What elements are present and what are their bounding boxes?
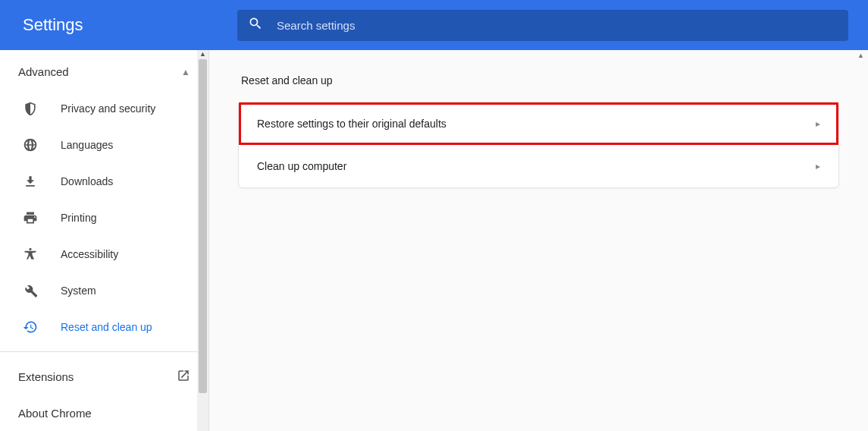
row-label: Restore settings to their original defau… bbox=[257, 118, 447, 130]
sidebar-item-label: About Chrome bbox=[18, 407, 92, 420]
sidebar-item-downloads[interactable]: Downloads bbox=[0, 163, 208, 200]
search-input[interactable] bbox=[277, 19, 838, 32]
row-restore[interactable]: Restore settings to their original defau… bbox=[239, 102, 838, 145]
section-title: Reset and clean up bbox=[238, 74, 839, 87]
scrollbar[interactable]: ▲ bbox=[197, 50, 208, 431]
divider bbox=[0, 351, 208, 352]
wrench-icon bbox=[21, 282, 39, 300]
sidebar-item-privacy[interactable]: Privacy and security bbox=[0, 90, 208, 127]
row-label: Clean up computer bbox=[257, 160, 346, 172]
sidebar-item-system[interactable]: System bbox=[0, 272, 208, 309]
sidebar-item-languages[interactable]: Languages bbox=[0, 127, 208, 163]
history-icon bbox=[21, 318, 39, 336]
sidebar: Advanced ▲ Privacy and securityLanguages… bbox=[0, 50, 209, 431]
sidebar-item-label: Printing bbox=[61, 212, 96, 224]
sidebar-item-printing[interactable]: Printing bbox=[0, 200, 208, 236]
sidebar-item-label: System bbox=[61, 285, 96, 297]
search-icon bbox=[248, 16, 277, 34]
page-title: Settings bbox=[14, 15, 237, 35]
sidebar-item-reset[interactable]: Reset and clean up bbox=[0, 309, 208, 345]
scroll-up-icon[interactable]: ▲ bbox=[197, 50, 208, 58]
row-cleanup[interactable]: Clean up computer▸ bbox=[239, 145, 838, 187]
scroll-up-icon[interactable]: ▲ bbox=[857, 52, 864, 59]
open-in-new-icon bbox=[177, 369, 190, 385]
shield-icon bbox=[21, 99, 39, 118]
chevron-up-icon: ▲ bbox=[181, 67, 190, 77]
header: Settings bbox=[0, 0, 868, 50]
sidebar-section-advanced[interactable]: Advanced ▲ bbox=[0, 50, 208, 90]
main-content: ▲ Reset and clean up Restore settings to… bbox=[209, 50, 868, 431]
accessibility-icon bbox=[21, 245, 39, 263]
sidebar-item-label: Downloads bbox=[61, 175, 113, 187]
sidebar-item-label: Privacy and security bbox=[61, 102, 155, 115]
settings-card: Restore settings to their original defau… bbox=[238, 102, 839, 188]
sidebar-item-label: Reset and clean up bbox=[61, 321, 152, 333]
sidebar-item-label: Extensions bbox=[18, 370, 74, 383]
printer-icon bbox=[21, 209, 39, 227]
scroll-thumb[interactable] bbox=[199, 59, 207, 393]
download-icon bbox=[21, 172, 39, 190]
globe-icon bbox=[21, 136, 39, 154]
chevron-right-icon: ▸ bbox=[816, 161, 820, 171]
sidebar-item-label: Languages bbox=[61, 139, 113, 151]
sidebar-item-about-chrome[interactable]: About Chrome bbox=[0, 395, 208, 431]
sidebar-item-extensions[interactable]: Extensions bbox=[0, 358, 208, 395]
chevron-right-icon: ▸ bbox=[816, 118, 820, 129]
sidebar-section-label: Advanced bbox=[18, 65, 69, 78]
sidebar-item-label: Accessibility bbox=[61, 248, 118, 260]
sidebar-item-accessibility[interactable]: Accessibility bbox=[0, 236, 208, 272]
search-box[interactable] bbox=[237, 10, 848, 41]
